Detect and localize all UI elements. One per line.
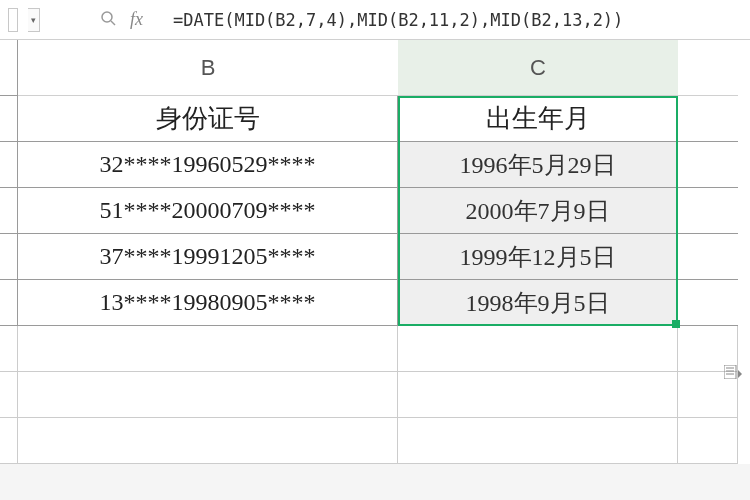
cell[interactable] <box>398 418 678 464</box>
row-header[interactable] <box>0 280 18 326</box>
formula-input[interactable] <box>167 7 742 33</box>
cell-dob[interactable]: 2000年7月9日 <box>398 188 678 234</box>
row-header[interactable] <box>0 142 18 188</box>
column-header-b[interactable]: B <box>18 40 398 96</box>
formula-bar: ▾ fx <box>0 0 750 40</box>
name-box-dropdown[interactable]: ▾ <box>28 8 40 32</box>
column-header-row: B C <box>0 40 750 96</box>
cell[interactable] <box>678 418 738 464</box>
cell-id[interactable]: 13****19980905**** <box>18 280 398 326</box>
column-header-c[interactable]: C <box>398 40 678 96</box>
row-header[interactable] <box>0 188 18 234</box>
cell[interactable] <box>678 280 738 326</box>
svg-point-0 <box>102 12 112 22</box>
table-row: 32****19960529**** 1996年5月29日 <box>0 142 750 188</box>
cell[interactable] <box>18 326 398 372</box>
cell[interactable] <box>18 372 398 418</box>
cell[interactable] <box>398 372 678 418</box>
table-row: 37****19991205**** 1999年12月5日 <box>0 234 750 280</box>
table-header-row: 身份证号 出生年月 <box>0 96 750 142</box>
name-box[interactable] <box>8 8 18 32</box>
corner-cell[interactable] <box>0 40 18 96</box>
header-dob[interactable]: 出生年月 <box>398 96 678 142</box>
fx-label[interactable]: fx <box>130 9 143 30</box>
cell-dob[interactable]: 1998年9月5日 <box>398 280 678 326</box>
spreadsheet-grid: B C 身份证号 出生年月 32****19960529**** 1996年5月… <box>0 40 750 464</box>
cell-dob[interactable]: 1996年5月29日 <box>398 142 678 188</box>
paste-options-icon[interactable] <box>724 365 742 382</box>
cell-id[interactable]: 51****20000709**** <box>18 188 398 234</box>
cell[interactable] <box>678 142 738 188</box>
empty-rows <box>0 326 750 464</box>
cell-id[interactable]: 32****19960529**** <box>18 142 398 188</box>
svg-line-1 <box>111 21 115 25</box>
column-header-d[interactable] <box>678 40 738 96</box>
cell[interactable] <box>678 188 738 234</box>
row-header[interactable] <box>0 326 18 372</box>
cell-id[interactable]: 37****19991205**** <box>18 234 398 280</box>
table-row: 13****19980905**** 1998年9月5日 <box>0 280 750 326</box>
svg-rect-2 <box>724 365 736 379</box>
row-header[interactable] <box>0 418 18 464</box>
row-header[interactable] <box>0 234 18 280</box>
row-header[interactable] <box>0 372 18 418</box>
header-id[interactable]: 身份证号 <box>18 96 398 142</box>
cell-dob[interactable]: 1999年12月5日 <box>398 234 678 280</box>
search-icon[interactable] <box>100 10 116 30</box>
table-row: 51****20000709**** 2000年7月9日 <box>0 188 750 234</box>
cell[interactable] <box>398 326 678 372</box>
cell[interactable] <box>678 96 738 142</box>
cell[interactable] <box>18 418 398 464</box>
row-header[interactable] <box>0 96 18 142</box>
cell[interactable] <box>678 234 738 280</box>
